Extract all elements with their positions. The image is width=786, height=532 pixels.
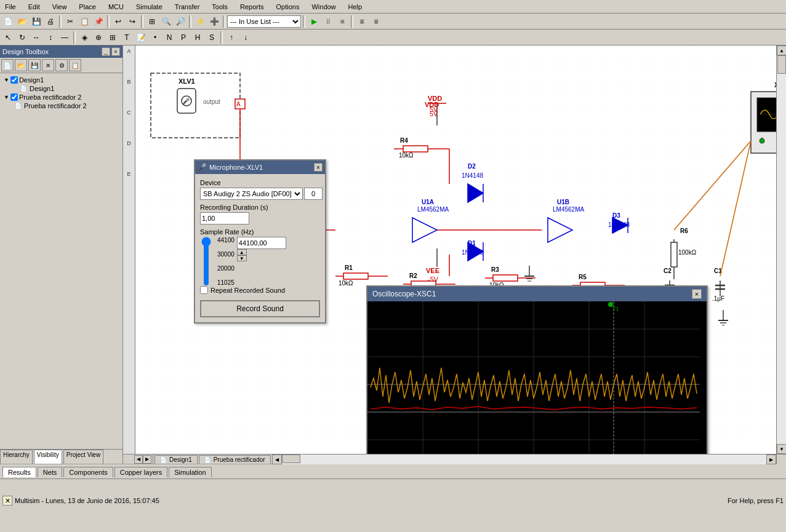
tb-place-wire[interactable]: ⊕ [92, 31, 105, 44]
tb-more1[interactable]: ≡ [355, 15, 369, 28]
menu-edit[interactable]: Edit [26, 2, 42, 11]
sheet-prev-btn[interactable]: ◀ [134, 455, 143, 464]
tb-zoom-full[interactable]: ⊞ [145, 15, 159, 28]
tb-pause[interactable]: ⏸ [321, 15, 335, 28]
mic-dialog-close-btn[interactable]: × [314, 163, 323, 172]
tb-stop[interactable]: ■ [335, 15, 349, 28]
tb-redo[interactable]: ↪ [126, 15, 139, 28]
tree-item-design1-child[interactable]: ▶ 📄 Design1 [2, 84, 120, 93]
tb-hier[interactable]: H [191, 31, 204, 44]
tb-copy[interactable]: 📋 [78, 15, 91, 28]
repeat-checkbox[interactable] [200, 286, 208, 294]
osc-close-btn[interactable]: × [692, 289, 702, 299]
toolbox-minimize-btn[interactable]: _ [102, 47, 110, 56]
menu-window[interactable]: Window [309, 2, 338, 11]
tb-open[interactable]: 📂 [15, 15, 29, 28]
tree-item-prueba-child[interactable]: 📄 Prueba rectificador 2 [2, 101, 120, 110]
tb-mirror-v[interactable]: ↕ [44, 31, 57, 44]
sheet-next-btn[interactable]: ▶ [143, 455, 151, 464]
status-collapse-btn[interactable]: ✕ [2, 496, 12, 506]
tb-arrow-dn[interactable]: ↓ [239, 31, 252, 44]
tb-new-design[interactable]: 📄 [1, 59, 14, 71]
tab-nets[interactable]: Nets [38, 467, 63, 477]
tb-component[interactable]: ⚡ [193, 15, 207, 28]
menu-simulate[interactable]: Simulate [134, 2, 165, 11]
tb-save-design[interactable]: 💾 [28, 59, 41, 71]
scroll-track-v[interactable] [777, 55, 786, 444]
tb-paste[interactable]: 📌 [92, 15, 105, 28]
tb-run[interactable]: ▶ [307, 15, 321, 28]
menu-file[interactable]: File [2, 2, 18, 11]
hscroll-thumb[interactable] [282, 455, 300, 463]
tb-zoom-area[interactable]: 🔍 [159, 15, 173, 28]
tree-checkbox-design1[interactable] [10, 76, 18, 84]
tb-close-design[interactable]: ✕ [42, 59, 54, 71]
right-scrollbar[interactable]: ▲ ▼ [776, 46, 786, 454]
hscroll-track[interactable] [282, 455, 766, 464]
scroll-thumb-v[interactable] [777, 55, 786, 74]
tb-text[interactable]: T [120, 31, 134, 44]
tb-netname[interactable]: N [162, 31, 176, 44]
sheet-tab-prueba[interactable]: 📄 Prueba rectificador [199, 455, 271, 464]
tb-save[interactable]: 💾 [30, 15, 43, 28]
scroll-down-btn[interactable]: ▼ [777, 444, 786, 454]
tb-bus[interactable]: — [58, 31, 71, 44]
device-select[interactable]: SB Audigy 2 ZS Audio [DF00] [200, 188, 303, 200]
tb-copy-design[interactable]: 📋 [69, 59, 81, 71]
sample-rate-slider[interactable] [200, 237, 212, 286]
record-sound-btn[interactable]: Record Sound [200, 300, 320, 317]
hscroll-left-btn[interactable]: ◀ [272, 455, 282, 464]
main-hscrollbar[interactable]: ◀ ▶ [272, 455, 776, 464]
menu-help[interactable]: Help [346, 2, 365, 11]
sheet-tab-design1[interactable]: 📄 Design1 [154, 455, 198, 464]
spinbox-up-btn[interactable]: ▲ [237, 249, 247, 255]
tb-junction[interactable]: • [148, 31, 162, 44]
tb-power[interactable]: P [177, 31, 190, 44]
tree-checkbox-prueba[interactable] [10, 93, 18, 101]
scroll-up-btn[interactable]: ▲ [777, 46, 786, 55]
menu-tools[interactable]: Tools [209, 2, 230, 11]
tb-cut[interactable]: ✂ [63, 15, 77, 28]
tab-simulation[interactable]: Simulation [169, 467, 211, 477]
tab-project-view[interactable]: Project View [63, 450, 103, 464]
menu-view[interactable]: View [50, 2, 70, 11]
schematic-main[interactable]: VDD 5V VEE -5V XLV1 🎤 output [135, 46, 776, 454]
tb-mirror-h[interactable]: ↔ [30, 31, 43, 44]
sample-rate-input[interactable] [237, 237, 286, 249]
tb-arrow-up[interactable]: ↑ [225, 31, 238, 44]
tb-misc[interactable]: ⊞ [106, 31, 119, 44]
tb-place-comp[interactable]: ◈ [78, 31, 91, 44]
tab-copper-layers[interactable]: Copper layers [114, 467, 167, 477]
menu-options[interactable]: Options [274, 2, 302, 11]
menu-reports[interactable]: Reports [238, 2, 267, 11]
tab-visibility[interactable]: Visibility [34, 450, 62, 464]
tb-subcirc[interactable]: S [205, 31, 219, 44]
tb-rotate[interactable]: ↻ [15, 31, 29, 44]
hscroll-right-btn[interactable]: ▶ [766, 455, 776, 464]
tab-results[interactable]: Results [2, 467, 36, 477]
spinbox-down-btn[interactable]: ▼ [237, 255, 247, 261]
tb-print[interactable]: 🖨 [44, 15, 57, 28]
tb-zoom-out[interactable]: 🔎 [174, 15, 187, 28]
tb-settings[interactable]: ⚙ [55, 59, 68, 71]
toolbox-close-btn[interactable]: × [111, 47, 120, 56]
tree-item-design1-group[interactable]: ▼ Design1 [2, 76, 120, 84]
duration-input[interactable] [200, 212, 249, 224]
tb-new[interactable]: 📄 [1, 15, 15, 28]
device-number-input[interactable] [304, 188, 323, 200]
tab-hierarchy[interactable]: Hierarchy [0, 450, 33, 464]
tab-components[interactable]: Components [63, 467, 113, 477]
device-row: SB Audigy 2 ZS Audio [DF00] [200, 188, 320, 200]
tb-open-design[interactable]: 📂 [15, 59, 27, 71]
tb-more2[interactable]: ≡ [369, 15, 383, 28]
menu-transfer[interactable]: Transfer [172, 2, 203, 11]
in-use-dropdown[interactable]: --- In Use List --- [227, 15, 301, 28]
tb-select[interactable]: ↖ [1, 31, 15, 44]
menu-mcu[interactable]: MCU [106, 2, 126, 11]
tb-wire[interactable]: ➕ [207, 15, 221, 28]
menu-place[interactable]: Place [76, 2, 98, 11]
scroll-corner-resize [776, 455, 786, 464]
tb-note[interactable]: 📝 [134, 31, 148, 44]
tb-undo[interactable]: ↩ [111, 15, 125, 28]
tree-item-prueba-group[interactable]: ▼ Prueba rectificador 2 [2, 93, 120, 101]
